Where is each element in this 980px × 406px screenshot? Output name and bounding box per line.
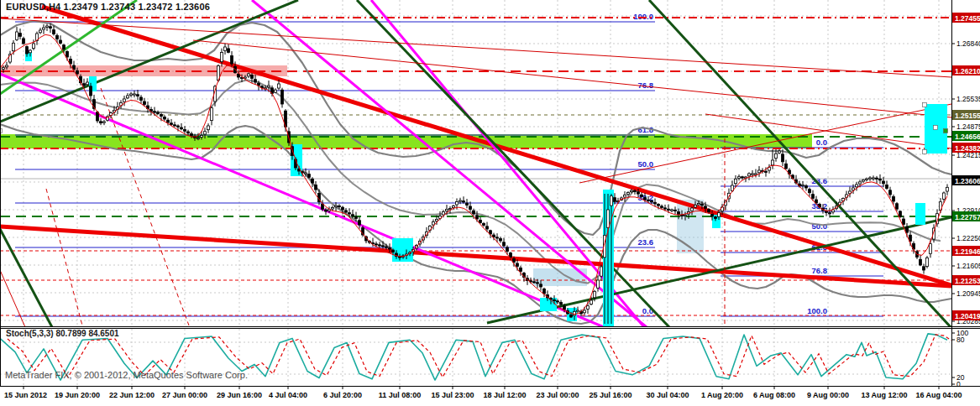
svg-text:1.20945: 1.20945 bbox=[956, 289, 980, 298]
svg-text:1.21253: 1.21253 bbox=[955, 277, 980, 285]
svg-text:30 Jul 04:00: 30 Jul 04:00 bbox=[646, 391, 689, 399]
svg-text:23.6: 23.6 bbox=[638, 237, 654, 247]
svg-text:22 Jun 12:00: 22 Jun 12:00 bbox=[109, 391, 155, 399]
svg-text:50.0: 50.0 bbox=[812, 221, 828, 231]
svg-text:1.26840: 1.26840 bbox=[956, 39, 980, 48]
svg-text:15 Jul 23:00: 15 Jul 23:00 bbox=[431, 391, 474, 399]
svg-text:76.8: 76.8 bbox=[638, 81, 654, 90]
svg-text:11 Jul 08:00: 11 Jul 08:00 bbox=[379, 391, 422, 399]
svg-text:100.0: 100.0 bbox=[807, 306, 827, 315]
svg-text:76.8: 76.8 bbox=[812, 266, 828, 275]
svg-text:1 Aug 20:00: 1 Aug 20:00 bbox=[701, 391, 743, 399]
highlight-box bbox=[915, 203, 925, 225]
svg-text:23 Jul 00:00: 23 Jul 00:00 bbox=[536, 391, 579, 399]
svg-text:29 Jun 16:00: 29 Jun 16:00 bbox=[217, 391, 262, 399]
svg-text:1.27455: 1.27455 bbox=[955, 14, 980, 23]
svg-text:1.24656: 1.24656 bbox=[955, 133, 980, 141]
svg-text:80: 80 bbox=[956, 336, 965, 344]
svg-text:15 Jun 2012: 15 Jun 2012 bbox=[4, 391, 47, 399]
svg-text:1.24382: 1.24382 bbox=[955, 144, 980, 153]
svg-text:19 Jun 20:00: 19 Jun 20:00 bbox=[55, 391, 100, 399]
metatrader-chart-window: 100.076.861.850.038.223.60.00.023.638.25… bbox=[0, 0, 980, 406]
svg-text:1.25535: 1.25535 bbox=[956, 95, 980, 103]
svg-text:27 Jun 00:00: 27 Jun 00:00 bbox=[162, 391, 207, 399]
svg-text:0: 0 bbox=[956, 380, 961, 388]
svg-text:25 Jul 16:00: 25 Jul 16:00 bbox=[589, 391, 631, 399]
svg-text:13 Aug 12:00: 13 Aug 12:00 bbox=[861, 391, 907, 399]
svg-text:1.24875: 1.24875 bbox=[956, 122, 980, 131]
svg-text:1.20419: 1.20419 bbox=[955, 312, 980, 320]
svg-text:18 Jul 12:00: 18 Jul 12:00 bbox=[483, 391, 526, 399]
svg-text:4 Jul 04:00: 4 Jul 04:00 bbox=[269, 391, 307, 399]
svg-text:1.22757: 1.22757 bbox=[955, 213, 980, 221]
svg-text:1.21605: 1.21605 bbox=[956, 262, 980, 270]
svg-text:1.22250: 1.22250 bbox=[956, 234, 980, 242]
svg-text:1.25155: 1.25155 bbox=[955, 112, 980, 120]
svg-text:6 Aug 08:00: 6 Aug 08:00 bbox=[753, 391, 795, 399]
svg-text:1.26210: 1.26210 bbox=[955, 67, 980, 75]
svg-text:1.23606: 1.23606 bbox=[955, 177, 980, 185]
svg-text:50.0: 50.0 bbox=[638, 159, 654, 169]
svg-text:1.21946: 1.21946 bbox=[955, 247, 980, 256]
svg-text:6 Jul 20:00: 6 Jul 20:00 bbox=[323, 391, 362, 399]
svg-text:0.0: 0.0 bbox=[816, 138, 827, 147]
svg-text:100.0: 100.0 bbox=[633, 12, 653, 21]
svg-text:16 Aug 04:00: 16 Aug 04:00 bbox=[915, 391, 962, 399]
price-chart-canvas[interactable]: 100.076.861.850.038.223.60.00.023.638.25… bbox=[0, 0, 980, 406]
svg-text:9 Aug 00:00: 9 Aug 00:00 bbox=[807, 391, 849, 399]
